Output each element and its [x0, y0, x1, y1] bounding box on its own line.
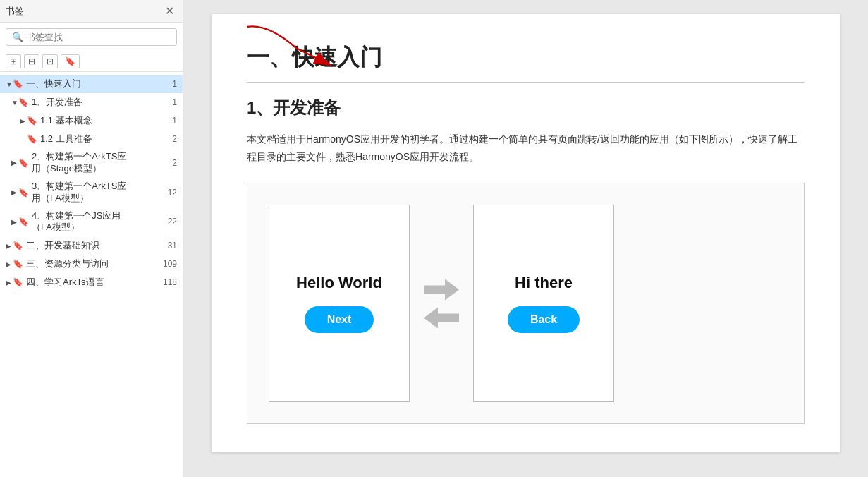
bookmark-icon-2: 🔖	[18, 158, 29, 168]
bookmark-icon-1-1: 🔖	[18, 97, 29, 107]
bookmark-label-2: 2、构建第一个ArkTS应用（Stage模型）	[32, 151, 130, 175]
demo-illustration: Hello World Next Hi there Back	[247, 183, 805, 424]
triangle-icon-3: ▶	[11, 188, 18, 196]
bookmark-label-b2: 二、开发基础知识	[26, 239, 99, 252]
bookmark-page-4: 22	[168, 217, 177, 227]
bookmark-page-1: 1	[172, 79, 177, 89]
collapse-all-button[interactable]: ⊟	[24, 54, 39, 68]
bookmark-label-4: 4、构建第一个JS应用（FA模型）	[32, 210, 130, 234]
bookmark-button[interactable]: 🔖	[61, 54, 80, 68]
bookmark-page-b2: 31	[168, 241, 177, 250]
bookmark-icon-1-1-2: 🔖	[27, 134, 37, 144]
sidebar: 书签 ✕ 🔍 ⊞ ⊟ ⊡ 🔖 ▼ 🔖 一、快速入门 1 ▼ 🔖 1、开发准备 1…	[0, 0, 183, 477]
bookmark-page-b4: 118	[163, 277, 177, 287]
bookmark-item-1-1-1[interactable]: ▶ 🔖 1.1 基本概念 1	[0, 111, 183, 130]
main-content: 一、快速入门 1、开发准备 本文档适用于HarmonyOS应用开发的初学者。通过…	[183, 0, 868, 477]
bookmark-label-b3: 三、资源分类与访问	[26, 258, 109, 270]
bookmark-item-4[interactable]: ▶ 🔖 4、构建第一个JS应用（FA模型） 22	[0, 207, 183, 237]
navigation-arrows	[424, 279, 459, 328]
search-box[interactable]: 🔍	[6, 28, 177, 46]
triangle-icon-b3: ▶	[6, 260, 13, 268]
bookmark-item-1[interactable]: ▼ 🔖 一、快速入门 1	[0, 75, 183, 93]
sidebar-header: 书签 ✕	[0, 0, 183, 23]
content-page: 一、快速入门 1、开发准备 本文档适用于HarmonyOS应用开发的初学者。通过…	[212, 14, 840, 452]
close-button[interactable]: ✕	[162, 4, 177, 18]
bookmark-icon-1: 🔖	[13, 79, 23, 89]
triangle-icon-b2: ▶	[6, 242, 13, 250]
bookmark-label-1: 一、快速入门	[26, 78, 81, 90]
bookmark-icon-1-1-1: 🔖	[27, 116, 37, 126]
sidebar-title: 书签	[6, 5, 24, 18]
screen2: Hi there Back	[473, 205, 614, 402]
triangle-icon-1-1: ▼	[11, 99, 18, 107]
bookmark-label-3: 3、构建第一个ArkTS应用（FA模型）	[32, 181, 130, 205]
expand-all-button[interactable]: ⊞	[6, 54, 21, 68]
bookmark-icon-b2: 🔖	[13, 241, 23, 250]
search-input[interactable]	[26, 32, 171, 42]
back-button[interactable]: Back	[508, 306, 580, 333]
bookmark-label-1-1-2: 1.2 工具准备	[40, 133, 92, 145]
bookmark-item-1-1[interactable]: ▼ 🔖 1、开发准备 1	[0, 93, 183, 111]
page-main-title: 一、快速入门	[247, 42, 805, 83]
bookmark-icon-4: 🔖	[18, 217, 29, 227]
page-description: 本文档适用于HarmonyOS应用开发的初学者。通过构建一个简单的具有页面跳转/…	[247, 131, 805, 166]
bookmark-label-b4: 四、学习ArkTs语言	[26, 276, 104, 289]
triangle-icon-2: ▶	[11, 159, 18, 167]
bookmark-page-3: 12	[168, 188, 177, 198]
triangle-icon-1-1-2	[20, 135, 27, 143]
triangle-icon-1: ▼	[6, 80, 13, 88]
bookmark-toolbar: ⊞ ⊟ ⊡ 🔖	[0, 52, 183, 72]
bookmark-label-1-1: 1、开发准备	[32, 96, 82, 109]
bookmark-item-2[interactable]: ▶ 🔖 2、构建第一个ArkTS应用（Stage模型） 2	[0, 148, 183, 178]
triangle-icon-1-1-1: ▶	[20, 117, 27, 125]
screen1-text: Hello World	[296, 274, 382, 292]
bookmark-page-b3: 109	[163, 259, 177, 269]
bookmark-label-1-1-1: 1.1 基本概念	[40, 114, 92, 127]
bookmark-item-b3[interactable]: ▶ 🔖 三、资源分类与访问 109	[0, 255, 183, 273]
arrow-right-icon	[424, 279, 459, 300]
bookmark-item-1-1-2[interactable]: 🔖 1.2 工具准备 2	[0, 130, 183, 148]
bookmark-item-b4[interactable]: ▶ 🔖 四、学习ArkTs语言 118	[0, 273, 183, 291]
screen2-text: Hi there	[515, 274, 573, 292]
bookmark-item-b2[interactable]: ▶ 🔖 二、开发基础知识 31	[0, 236, 183, 255]
arrow-left-icon	[424, 307, 459, 328]
bookmark-page-1-1-1: 1	[172, 116, 177, 126]
bookmark-page-2: 2	[172, 158, 177, 168]
bookmark-page-1-1: 1	[172, 97, 177, 107]
next-button[interactable]: Next	[305, 306, 374, 333]
search-icon: 🔍	[12, 32, 23, 42]
bookmark-icon-b4: 🔖	[13, 277, 23, 287]
bookmark-icon-3: 🔖	[18, 188, 29, 198]
bookmark-list: ▼ 🔖 一、快速入门 1 ▼ 🔖 1、开发准备 1 ▶ 🔖 1.1 基本概念 1…	[0, 72, 183, 477]
bookmark-icon-b3: 🔖	[13, 259, 23, 269]
bookmark-page-1-1-2: 2	[172, 134, 177, 144]
screen1: Hello World Next	[269, 205, 410, 402]
bookmark-item-3[interactable]: ▶ 🔖 3、构建第一个ArkTS应用（FA模型） 12	[0, 178, 183, 207]
fit-page-button[interactable]: ⊡	[42, 54, 58, 68]
triangle-icon-4: ▶	[11, 218, 18, 226]
triangle-icon-b4: ▶	[6, 279, 13, 286]
page-section-title: 1、开发准备	[247, 97, 805, 119]
